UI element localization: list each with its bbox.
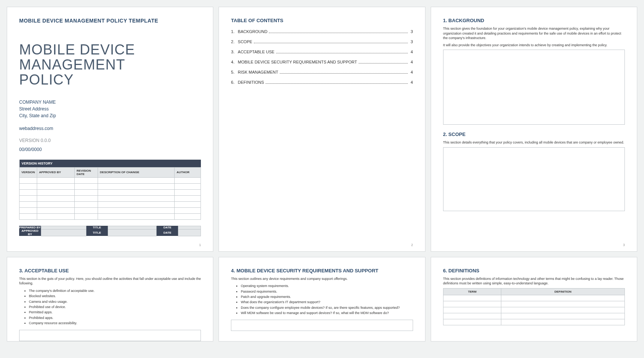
table-row	[20, 207, 201, 213]
table-row	[20, 189, 201, 195]
toc-page: 3	[409, 29, 413, 34]
toc-num: 6.	[231, 80, 238, 85]
toc-row: 5.RISK MANAGEMENT4	[231, 70, 413, 75]
toc-label: SCOPE	[238, 39, 252, 44]
table-row	[443, 307, 624, 313]
toc-label: ACCEPTABLE USE	[238, 50, 274, 54]
toc-page: 3	[409, 39, 413, 44]
table-row	[20, 177, 201, 183]
toc-dots	[359, 63, 408, 63]
table-row	[20, 201, 201, 207]
toc-num: 4.	[231, 60, 238, 64]
toc-dots	[254, 43, 408, 43]
page-grid: MOBILE DEVICE MANAGEMENT POLICY TEMPLATE…	[7, 7, 637, 341]
toc-dots	[276, 53, 408, 53]
toc-row: 4.MOBILE DEVICE SECURITY REQUIREMENTS AN…	[231, 60, 413, 65]
toc-row: 2.SCOPE3	[231, 39, 413, 44]
list-item: Will MDM software be used to manage and …	[241, 310, 413, 316]
page-1: MOBILE DEVICE MANAGEMENT POLICY TEMPLATE…	[7, 7, 213, 252]
table-row	[20, 183, 201, 189]
prepared-by-label: PREPARED BY	[19, 226, 41, 229]
table-row	[443, 295, 624, 301]
table-row	[20, 195, 201, 201]
title-field-2	[108, 229, 157, 236]
doc-date: 00/00/0000	[19, 147, 201, 152]
col-term: TERM	[443, 288, 501, 295]
col-revdate: REVISION DATE	[75, 167, 98, 177]
page-number: 2	[411, 243, 413, 247]
section-6-heading: 6. DEFINITIONS	[443, 268, 625, 273]
approved-by-label: APPROVED BY	[19, 229, 41, 236]
toc-row: 3.ACCEPTABLE USE4	[231, 50, 413, 54]
col-approved: APPROVED BY	[37, 167, 75, 177]
doc-title: MOBILE DEVICE MANAGEMENT POLICY	[19, 42, 201, 88]
title-line-2: MANAGEMENT	[19, 57, 125, 73]
title-line-1: MOBILE DEVICE	[19, 42, 135, 57]
definitions-table: TERM DEFINITION	[443, 288, 625, 325]
company-name: COMPANY NAME	[19, 99, 201, 106]
street-address: Street Address	[19, 106, 201, 112]
section-4-input-box	[231, 320, 413, 331]
web-address: webaddress.com	[19, 126, 201, 131]
toc-row: 1.BACKGROUND3	[231, 29, 413, 34]
version-label: VERSION 0.0.0	[19, 138, 201, 143]
toc-num: 2.	[231, 39, 238, 44]
section-2-para-1: This section details everything that you…	[443, 140, 625, 145]
approved-by-field	[41, 229, 86, 236]
signoff-table: PREPARED BY TITLE DATE APPROVED BY TITLE…	[19, 226, 201, 236]
toc-page: 4	[409, 80, 413, 85]
toc-num: 5.	[231, 70, 238, 74]
toc-dots	[269, 33, 407, 33]
list-item: The company's definition of acceptable u…	[29, 288, 201, 293]
city-state-zip: City, State and Zip	[19, 112, 201, 119]
section-2-input-box	[443, 147, 625, 211]
toc-dots	[280, 73, 408, 74]
section-1-para-2: It will also provide the objectives your…	[443, 43, 625, 48]
page-4: 3. ACCEPTABLE USE This section is the gu…	[7, 257, 213, 341]
prepared-by-field	[41, 226, 86, 229]
page-number: 1	[199, 243, 201, 247]
list-item: Prohibited use of device.	[29, 304, 201, 310]
page-3: 1. BACKGROUND This section gives the fou…	[431, 7, 637, 252]
table-row	[20, 213, 201, 219]
date-field	[178, 226, 201, 229]
section-3-para: This section is the guts of your policy.…	[19, 276, 201, 286]
toc-num: 1.	[231, 29, 238, 34]
toc-label: RISK MANAGEMENT	[238, 70, 278, 74]
title-label-2: TITLE	[86, 229, 108, 236]
date-label: DATE	[157, 226, 178, 229]
section-2-heading: 2. SCOPE	[443, 131, 625, 137]
toc-page: 4	[409, 50, 413, 54]
section-1-heading: 1. BACKGROUND	[443, 18, 625, 23]
toc-num: 3.	[231, 50, 238, 54]
toc-label: DEFINITIONS	[238, 80, 264, 85]
col-definition: DEFINITION	[501, 288, 625, 295]
section-4-para: This section outlines any device require…	[231, 276, 413, 281]
list-item: Does the company configure employee mobi…	[241, 305, 413, 310]
vh-title: VERSION HISTORY	[20, 160, 201, 168]
toc-label: BACKGROUND	[238, 29, 267, 34]
table-row	[443, 319, 624, 325]
section-4-bullets: Operating system requirements.Password r…	[241, 283, 413, 316]
section-3-heading: 3. ACCEPTABLE USE	[19, 268, 201, 273]
page-6: 6. DEFINITIONS This section provides def…	[431, 257, 637, 341]
list-item: Camera and video usage.	[29, 299, 201, 304]
toc-page: 4	[409, 60, 413, 64]
date-field-2	[178, 229, 201, 236]
list-item: What does the organization's IT departme…	[241, 299, 413, 305]
section-4-heading: 4. MOBILE DEVICE SECURITY REQUIREMENTS A…	[231, 268, 413, 273]
table-row	[443, 313, 624, 319]
toc-list: 1.BACKGROUND32.SCOPE33.ACCEPTABLE USE44.…	[231, 29, 413, 85]
toc-label: MOBILE DEVICE SECURITY REQUIREMENTS AND …	[238, 60, 357, 64]
page-2: TABLE OF CONTENTS 1.BACKGROUND32.SCOPE33…	[219, 7, 425, 252]
col-author: AUTHOR	[175, 167, 201, 177]
page-5: 4. MOBILE DEVICE SECURITY REQUIREMENTS A…	[219, 257, 425, 341]
table-row	[443, 301, 624, 307]
section-3-bullets: The company's definition of acceptable u…	[29, 288, 201, 326]
title-line-3: POLICY	[19, 72, 74, 88]
template-label: MOBILE DEVICE MANAGEMENT POLICY TEMPLATE	[19, 18, 201, 24]
date-label-2: DATE	[157, 229, 178, 236]
section-1-input-box	[443, 50, 625, 125]
list-item: Password requirements.	[241, 289, 413, 294]
section-1-para-1: This section gives the foundation for yo…	[443, 26, 625, 41]
